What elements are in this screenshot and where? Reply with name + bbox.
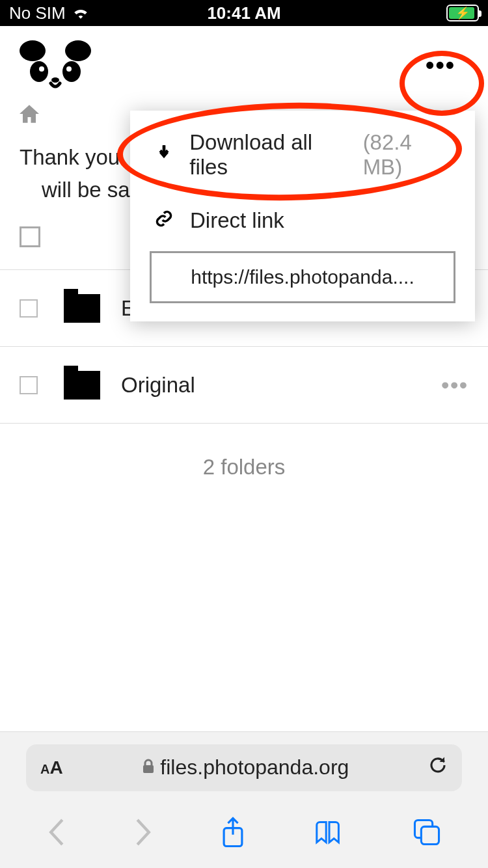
- reader-button[interactable]: AA: [40, 757, 63, 778]
- address-domain: files.photopanda.org: [160, 755, 349, 780]
- link-icon: [150, 209, 178, 233]
- direct-link-url[interactable]: https://files.photopanda....: [150, 251, 455, 303]
- share-button[interactable]: [221, 817, 245, 854]
- download-size: (82.4 MB): [363, 130, 455, 180]
- row-more-button[interactable]: •••: [441, 372, 468, 398]
- home-icon[interactable]: [20, 104, 39, 128]
- folder-name: Original: [121, 373, 441, 398]
- row-checkbox[interactable]: [20, 299, 38, 318]
- svg-point-3: [62, 61, 81, 82]
- browser-toolbar: [0, 803, 488, 868]
- notice-line1: Thank you: [20, 145, 120, 169]
- reload-button[interactable]: [428, 755, 448, 780]
- svg-point-1: [65, 40, 91, 61]
- folder-icon: [64, 294, 100, 323]
- status-bar: No SIM 10:41 AM ⚡: [0, 0, 488, 26]
- svg-rect-10: [422, 826, 439, 844]
- app-header: •••: [0, 26, 488, 104]
- direct-link-item[interactable]: Direct link: [130, 189, 475, 242]
- forward-button[interactable]: [134, 818, 152, 853]
- page-content: ••• Thank you will be sa Enhanced ••• Or…: [0, 26, 488, 731]
- svg-point-0: [20, 40, 46, 61]
- folder-summary: 2 folders: [0, 455, 488, 480]
- svg-point-5: [66, 66, 72, 72]
- tabs-button[interactable]: [413, 819, 441, 852]
- svg-point-4: [39, 66, 44, 72]
- download-all-button[interactable]: Download all files (82.4 MB): [130, 111, 475, 189]
- status-time: 10:41 AM: [0, 3, 488, 23]
- select-all-checkbox[interactable]: [20, 226, 40, 247]
- notice-line2: will be sa: [20, 178, 130, 202]
- panda-logo: [20, 39, 91, 91]
- download-label: Download all files: [189, 130, 353, 180]
- battery-icon: ⚡: [446, 5, 479, 21]
- address-url[interactable]: files.photopanda.org: [63, 755, 428, 780]
- more-button[interactable]: •••: [413, 38, 468, 92]
- back-button[interactable]: [47, 818, 66, 853]
- context-menu: Download all files (82.4 MB) Direct link…: [130, 111, 475, 321]
- download-icon: [150, 143, 178, 167]
- svg-point-2: [30, 61, 48, 82]
- svg-rect-7: [143, 765, 154, 773]
- svg-point-6: [51, 77, 59, 83]
- bookmarks-button[interactable]: [314, 819, 345, 852]
- folder-icon: [64, 371, 100, 400]
- list-item[interactable]: Original •••: [0, 347, 488, 424]
- browser-address-wrap: AA files.photopanda.org: [0, 731, 488, 803]
- address-bar[interactable]: AA files.photopanda.org: [26, 744, 462, 791]
- row-checkbox[interactable]: [20, 376, 38, 394]
- direct-link-label: Direct link: [190, 208, 284, 233]
- lock-icon: [142, 755, 155, 780]
